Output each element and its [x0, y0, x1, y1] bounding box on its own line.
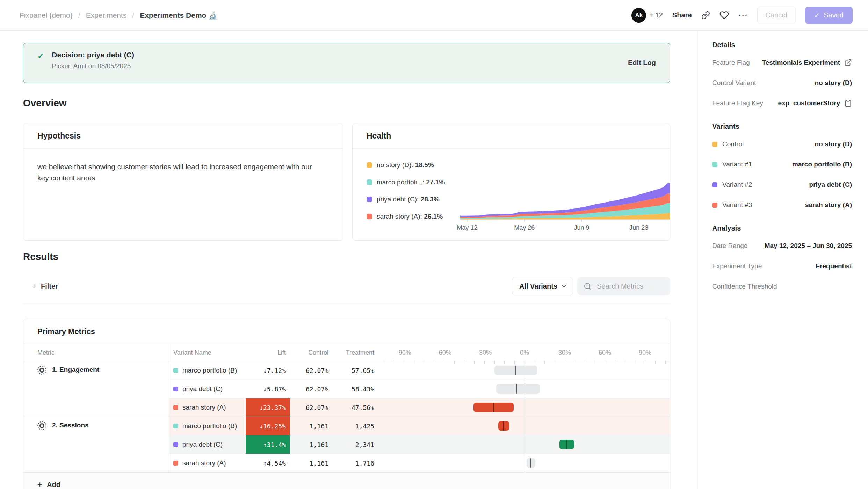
metric-group: 2. Sessionsmarco portfolio (B)↓16.25%1,1…	[23, 417, 670, 472]
legend-label: priya debt (C): 28.3%	[377, 196, 440, 203]
favorite-heart-icon[interactable]	[719, 10, 729, 20]
avatar[interactable]: Ak	[631, 8, 646, 23]
metric-name: 1. Engagement	[52, 366, 99, 374]
cancel-button[interactable]: Cancel	[757, 7, 796, 24]
ci-mid-tick	[516, 384, 517, 394]
saved-button[interactable]: ✓ Saved	[805, 7, 853, 24]
treatment-value: 2,341	[333, 435, 378, 454]
variant-key: Variant #1	[712, 161, 752, 168]
hypothesis-title: Hypothesis	[23, 123, 343, 149]
breadcrumb-item-experiments[interactable]: Experiments	[86, 11, 127, 20]
share-button[interactable]: Share	[672, 11, 692, 19]
variant-label: Variant #3	[722, 201, 752, 209]
control-value: 62.07%	[290, 398, 333, 417]
breadcrumb-separator: /	[132, 11, 134, 20]
add-metric-button[interactable]: + Add	[23, 473, 60, 489]
health-title: Health	[353, 123, 670, 149]
search-icon	[584, 282, 592, 290]
health-chart-svg	[460, 180, 670, 222]
primary-metrics-title: Primary Metrics	[23, 319, 670, 344]
variant-value: no story (D)	[815, 140, 852, 148]
x-axis-tick-label: May 26	[514, 224, 535, 232]
variant-cell: marco portfolio (B)	[169, 417, 246, 435]
axis-label: 30%	[558, 349, 571, 356]
ci-plot	[378, 435, 670, 454]
search-metrics-input[interactable]	[596, 282, 660, 291]
ci-plot	[378, 361, 670, 380]
column-header-control: Control	[290, 344, 333, 361]
variant-name: marco portfolio (B)	[182, 367, 237, 374]
axis-label: 0%	[520, 349, 529, 356]
variant-name: priya debt (C)	[182, 385, 223, 393]
variants-dropdown[interactable]: All Variants	[512, 277, 573, 295]
variant-swatch	[173, 442, 178, 447]
axis-label: 90%	[639, 349, 651, 356]
ci-mid-tick	[530, 458, 531, 468]
metric-row[interactable]: marco portfolio (B)↓16.25%1,1611,425	[169, 417, 670, 435]
ci-mid-tick	[515, 366, 516, 375]
variant-key: Variant #2	[712, 181, 752, 189]
column-header-treatment: Treatment	[333, 344, 378, 361]
variant-cell: sarah story (A)	[169, 398, 246, 417]
breadcrumb-current: Experiments Demo 🔬	[140, 11, 217, 20]
variant-row: Controlno story (D)	[712, 134, 852, 154]
variant-name: sarah story (A)	[182, 404, 226, 411]
treatment-value: 47.56%	[333, 398, 378, 417]
metric-target-icon	[37, 365, 47, 375]
x-axis-tick-label: Jun 9	[574, 224, 589, 232]
details-section: Details Feature FlagTestimonials Experim…	[712, 41, 852, 113]
add-filter-button[interactable]: + Filter	[31, 277, 58, 295]
variant-label: Control	[722, 140, 744, 148]
metric-row[interactable]: priya debt (C)↑31.4%1,1612,341	[169, 435, 670, 454]
sidebar-row-value-text: Testimonials Experiment	[762, 59, 840, 66]
legend-label: sarah story (A): 26.1%	[377, 213, 443, 220]
collaborator-count: + 12	[649, 11, 663, 19]
health-chart-axis-labels: May 12May 26Jun 9Jun 23	[460, 222, 670, 232]
sidebar-row-label: Feature Flag Key	[712, 99, 763, 107]
metric-cell: 1. Engagement	[23, 361, 169, 417]
filter-label: Filter	[41, 282, 58, 290]
variant-swatch	[712, 142, 717, 147]
sidebar-row-label: Feature Flag	[712, 59, 750, 66]
more-menu-icon[interactable]: ⋯	[738, 10, 748, 20]
variant-row: Variant #1marco portfolio (B)	[712, 154, 852, 175]
edit-log-button[interactable]: Edit Log	[628, 59, 656, 67]
variant-cell: priya debt (C)	[169, 380, 246, 398]
legend-swatch	[367, 162, 372, 168]
sidebar-row: Control Variantno story (D)	[712, 73, 852, 93]
x-axis-tick-label: Jun 23	[629, 224, 648, 232]
metric-target-icon	[37, 420, 47, 431]
legend-item: priya debt (C): 28.3%	[367, 196, 460, 203]
metric-row[interactable]: sarah story (A)↓23.37%62.07%47.56%	[169, 398, 670, 417]
legend-swatch	[367, 179, 372, 185]
metric-row[interactable]: priya debt (C)↓5.87%62.07%58.43%	[169, 380, 670, 398]
control-value: 1,161	[290, 435, 333, 454]
ci-mid-tick	[566, 440, 567, 449]
variant-cell: priya debt (C)	[169, 435, 246, 454]
metric-row[interactable]: marco portfolio (B)↓7.12%62.07%57.65%	[169, 361, 670, 380]
axis-label: -60%	[437, 349, 451, 356]
hypothesis-body[interactable]: we believe that showing customer stories…	[23, 149, 343, 184]
ci-plot	[378, 454, 670, 472]
external-link-icon[interactable]	[844, 59, 852, 66]
variant-value: marco portfolio (B)	[792, 161, 852, 168]
variant-swatch	[173, 461, 178, 466]
treatment-value: 57.65%	[333, 361, 378, 380]
collaborators[interactable]: Ak + 12	[631, 8, 663, 23]
main-content: ✓ Decision: priya debt (C) Picker, Amit …	[0, 31, 697, 489]
sidebar-row-value: Frequentist	[816, 262, 852, 270]
zero-line	[525, 417, 525, 435]
table-footer: + Add	[23, 472, 670, 489]
control-value: 1,161	[290, 454, 333, 472]
link-icon[interactable]	[701, 11, 710, 20]
check-icon: ✓	[37, 51, 44, 61]
variant-name: priya debt (C)	[182, 441, 223, 448]
metric-row[interactable]: sarah story (A)↑4.54%1,1611,716	[169, 454, 670, 472]
breadcrumb-item-project[interactable]: Fixpanel {demo}	[20, 11, 73, 20]
axis-label: 60%	[599, 349, 611, 356]
copy-icon[interactable]	[844, 99, 852, 107]
control-value: 62.07%	[290, 361, 333, 380]
treatment-value: 1,716	[333, 454, 378, 472]
column-header-variant: Variant Name	[169, 344, 246, 361]
legend-value: 18.5%	[415, 161, 434, 169]
